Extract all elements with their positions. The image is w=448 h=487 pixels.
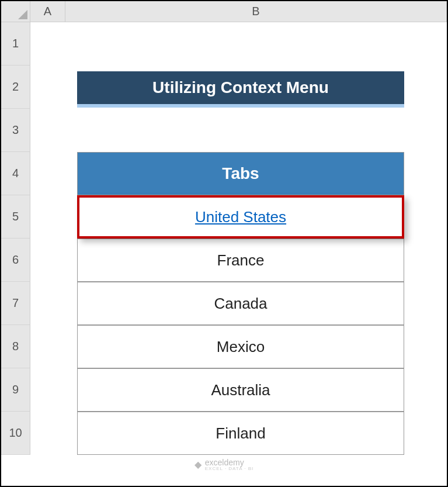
country-text: Finland: [216, 424, 265, 443]
cell-a4[interactable]: [30, 152, 65, 195]
cell-a6[interactable]: [30, 239, 65, 282]
row-header-3[interactable]: 3: [1, 109, 30, 152]
country-text: France: [217, 251, 265, 270]
cell-b3[interactable]: [65, 109, 447, 152]
row-header-1[interactable]: 1: [1, 22, 30, 65]
row-header-6[interactable]: 6: [1, 239, 30, 282]
watermark-icon: ◆: [195, 459, 202, 470]
row-header-2[interactable]: 2: [1, 65, 30, 109]
watermark: ◆ exceldemy EXCEL · DATA · BI: [195, 458, 254, 471]
select-all-corner[interactable]: [1, 1, 30, 22]
cell-b7[interactable]: Canada: [65, 282, 447, 325]
row-header-8[interactable]: 8: [1, 325, 30, 368]
country-text: Mexico: [217, 338, 265, 356]
cell-b1[interactable]: [65, 22, 447, 65]
watermark-subtext: EXCEL · DATA · BI: [205, 466, 254, 471]
country-text: Australia: [211, 381, 270, 399]
country-cell[interactable]: Australia: [77, 368, 404, 412]
cell-a1[interactable]: [30, 22, 65, 65]
cell-a2[interactable]: [30, 65, 65, 109]
country-cell[interactable]: Canada: [77, 282, 404, 325]
cell-a5[interactable]: [30, 195, 65, 239]
cell-a3[interactable]: [30, 109, 65, 152]
cell-b4[interactable]: Tabs: [65, 152, 447, 195]
row-header-5[interactable]: 5: [1, 195, 30, 239]
cell-b9[interactable]: Australia: [65, 368, 447, 412]
row-header-7[interactable]: 7: [1, 282, 30, 325]
cell-a7[interactable]: [30, 282, 65, 325]
cell-a10[interactable]: [30, 412, 65, 455]
column-header-a[interactable]: A: [30, 1, 65, 22]
table-header: Tabs: [77, 152, 404, 195]
country-cell-highlighted[interactable]: United States: [77, 195, 404, 239]
row-header-4[interactable]: 4: [1, 152, 30, 195]
cell-a9[interactable]: [30, 368, 65, 412]
country-text: Canada: [214, 295, 267, 313]
country-cell[interactable]: Finland: [77, 412, 404, 455]
title-banner: Utilizing Context Menu: [77, 71, 404, 108]
country-cell[interactable]: Mexico: [77, 325, 404, 368]
cell-b5[interactable]: United States: [65, 195, 447, 239]
row-header-9[interactable]: 9: [1, 368, 30, 412]
column-header-b[interactable]: B: [65, 1, 447, 22]
spreadsheet-grid: A B 1 2 Utilizing Context Menu 3 4 Tabs …: [1, 1, 447, 455]
row-header-10[interactable]: 10: [1, 412, 30, 455]
cell-a8[interactable]: [30, 325, 65, 368]
cell-b6[interactable]: France: [65, 239, 447, 282]
hyperlink-united-states[interactable]: United States: [195, 208, 286, 226]
cell-b2[interactable]: Utilizing Context Menu: [65, 65, 447, 109]
cell-b10[interactable]: Finland: [65, 412, 447, 455]
cell-b8[interactable]: Mexico: [65, 325, 447, 368]
country-cell[interactable]: France: [77, 239, 404, 282]
